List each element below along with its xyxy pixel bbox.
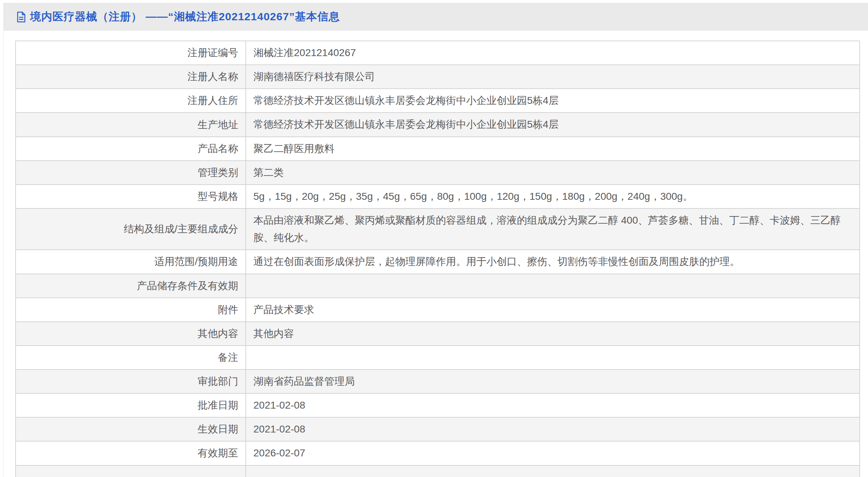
registration-table-container: 注册证编号湘械注准20212140267注册人名称湖南德禧医疗科技有限公司注册人… bbox=[15, 41, 860, 477]
field-value: 2026-02-07 bbox=[246, 441, 860, 465]
field-label: 生产地址 bbox=[16, 113, 246, 136]
field-label: 审批部门 bbox=[16, 370, 246, 393]
field-value: 通过在创面表面形成保护层，起物理屏障作用。用于小创口、擦伤、切割伤等非慢性创面及… bbox=[246, 250, 860, 274]
table-row: 批准日期2021-02-08 bbox=[16, 393, 860, 417]
field-value bbox=[246, 346, 860, 370]
table-row: 备注 bbox=[16, 346, 860, 370]
table-row: 生产地址常德经济技术开发区德山镇永丰居委会龙梅街中小企业创业园5栋4层 bbox=[16, 113, 860, 136]
table-row: 适用范围/预期用途通过在创面表面形成保护层，起物理屏障作用。用于小创口、擦伤、切… bbox=[16, 250, 860, 274]
field-label: 适用范围/预期用途 bbox=[16, 250, 246, 274]
field-label: 生效日期 bbox=[16, 417, 246, 441]
table-row: 管理类别第二类 bbox=[16, 161, 860, 185]
field-label: 注册人住所 bbox=[16, 89, 246, 113]
page-title: 境内医疗器械（注册） ——“湘械注准20212140267”基本信息 bbox=[30, 9, 340, 24]
table-row: 产品名称聚乙二醇医用敷料 bbox=[16, 137, 860, 161]
table-row: 注册人住所常德经济技术开发区德山镇永丰居委会龙梅街中小企业创业园5栋4层 bbox=[16, 89, 860, 113]
table-row: 有效期至2026-02-07 bbox=[16, 441, 860, 465]
table-row: 审批部门湖南省药品监督管理局 bbox=[16, 370, 860, 393]
field-label: 注册人名称 bbox=[16, 65, 246, 89]
field-value: 第二类 bbox=[246, 161, 860, 185]
field-value: 其他内容 bbox=[246, 322, 860, 346]
field-label: 管理类别 bbox=[16, 161, 246, 185]
field-value: 聚乙二醇医用敷料 bbox=[246, 137, 860, 161]
field-value bbox=[246, 274, 860, 298]
content-area: 境内医疗器械（注册） ——“湘械注准20212140267”基本信息 注册证编号… bbox=[3, 3, 868, 477]
field-value: 2021-02-08 bbox=[246, 417, 860, 441]
field-label bbox=[16, 465, 246, 477]
field-label: 有效期至 bbox=[16, 441, 246, 465]
field-label: 产品名称 bbox=[16, 137, 246, 161]
table-row: 产品储存条件及有效期 bbox=[16, 274, 860, 298]
table-row: 生效日期2021-02-08 bbox=[16, 417, 860, 441]
page-header: 境内医疗器械（注册） ——“湘械注准20212140267”基本信息 bbox=[4, 3, 868, 31]
field-label: 附件 bbox=[16, 298, 246, 322]
field-value: 本品由溶液和聚乙烯、聚丙烯或聚酯材质的容器组成，溶液的组成成分为聚乙二醇 400… bbox=[246, 208, 860, 250]
table-row: 注册证编号湘械注准20212140267 bbox=[16, 41, 860, 65]
field-label: 结构及组成/主要组成成分 bbox=[16, 208, 246, 250]
field-value: 5g，15g，20g，25g，35g，45g，65g，80g，100g，120g… bbox=[246, 185, 860, 208]
table-row bbox=[16, 465, 860, 477]
field-value: 湖南省药品监督管理局 bbox=[246, 370, 860, 393]
field-value: 2021-02-08 bbox=[246, 393, 860, 417]
field-label: 型号规格 bbox=[16, 185, 246, 208]
field-value: 湖南德禧医疗科技有限公司 bbox=[246, 65, 860, 89]
field-value bbox=[246, 465, 860, 477]
field-label: 产品储存条件及有效期 bbox=[16, 274, 246, 298]
field-value: 湘械注准20212140267 bbox=[246, 41, 860, 65]
field-value: 产品技术要求 bbox=[246, 298, 860, 322]
document-icon bbox=[15, 11, 27, 23]
field-label: 注册证编号 bbox=[16, 41, 246, 65]
table-row: 其他内容其他内容 bbox=[16, 322, 860, 346]
page-title-block: 境内医疗器械（注册） ——“湘械注准20212140267”基本信息 bbox=[15, 9, 340, 24]
table-row: 结构及组成/主要组成成分本品由溶液和聚乙烯、聚丙烯或聚酯材质的容器组成，溶液的组… bbox=[16, 208, 860, 250]
field-label: 备注 bbox=[16, 346, 246, 370]
table-row: 注册人名称湖南德禧医疗科技有限公司 bbox=[16, 65, 860, 89]
field-value: 常德经济技术开发区德山镇永丰居委会龙梅街中小企业创业园5栋4层 bbox=[246, 89, 860, 113]
field-label: 其他内容 bbox=[16, 322, 246, 346]
field-label: 批准日期 bbox=[16, 393, 246, 417]
registration-table: 注册证编号湘械注准20212140267注册人名称湖南德禧医疗科技有限公司注册人… bbox=[15, 41, 860, 477]
page: 境内医疗器械（注册） ——“湘械注准20212140267”基本信息 注册证编号… bbox=[0, 0, 868, 477]
table-row: 型号规格5g，15g，20g，25g，35g，45g，65g，80g，100g，… bbox=[16, 185, 860, 208]
field-value: 常德经济技术开发区德山镇永丰居委会龙梅街中小企业创业园5栋4层 bbox=[246, 113, 860, 136]
table-row: 附件产品技术要求 bbox=[16, 298, 860, 322]
